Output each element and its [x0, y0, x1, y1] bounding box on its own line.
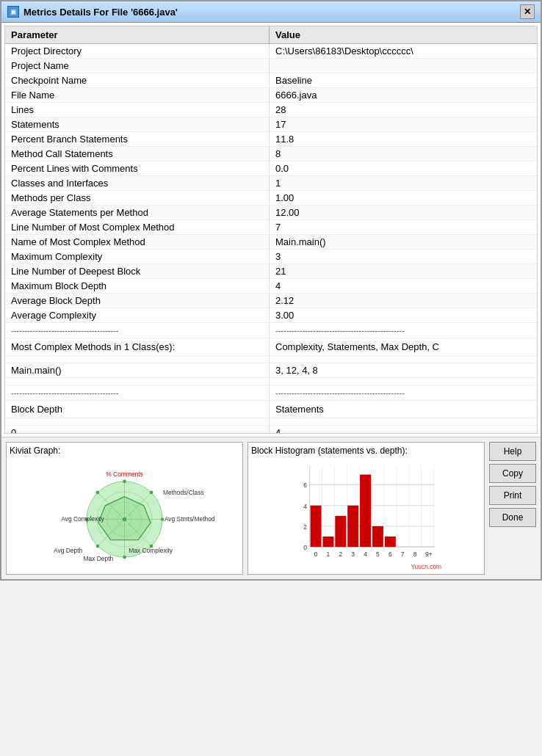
- svg-rect-45: [335, 516, 346, 547]
- svg-text:6: 6: [303, 481, 307, 489]
- table-row: Method Call Statements 8: [5, 147, 537, 161]
- svg-text:Avg Depth: Avg Depth: [54, 547, 82, 554]
- param-cell: Percent Branch Statements: [5, 132, 270, 146]
- copy-button[interactable]: Copy: [489, 464, 536, 483]
- divider-cell-right: ----------------------------------------…: [270, 323, 537, 338]
- table-row: Line Number of Most Complex Method 7: [5, 220, 537, 235]
- svg-text:0: 0: [314, 550, 318, 558]
- param-cell: Project Directory: [5, 44, 270, 58]
- svg-text:2: 2: [303, 523, 307, 531]
- param-cell: Maximum Block Depth: [5, 279, 270, 293]
- svg-text:Methods/Class: Methods/Class: [163, 489, 204, 496]
- svg-text:Max Depth: Max Depth: [84, 555, 114, 562]
- svg-point-11: [123, 480, 126, 484]
- main-window: ▣ Metrics Details For File '6666.java' ✕…: [0, 0, 542, 581]
- svg-rect-44: [322, 537, 333, 547]
- value-cell: 2.12: [270, 294, 537, 308]
- block-depth-header: Block Depth: [5, 401, 270, 418]
- divider-row-1: ----------------------------------------…: [5, 323, 537, 338]
- value-cell: 4: [270, 279, 537, 293]
- value-cell: 12.00: [270, 206, 537, 219]
- svg-text:7: 7: [401, 550, 405, 558]
- print-button[interactable]: Print: [489, 486, 536, 505]
- value-cell: Main.main(): [270, 235, 537, 249]
- section-header-param: Most Complex Methods in 1 Class(es):: [5, 338, 270, 355]
- param-cell: Statements: [5, 117, 270, 131]
- value-cell: 21: [270, 264, 537, 278]
- empty-row: [5, 418, 537, 426]
- table-row: Name of Most Complex Method Main.main(): [5, 235, 537, 250]
- param-cell: Percent Lines with Comments: [5, 161, 270, 175]
- kiviat-graph: % Comments Methods/Class Avg Stmts/Metho…: [10, 459, 239, 569]
- svg-text:Avg Stmts/Method: Avg Stmts/Method: [165, 515, 215, 523]
- value-cell: C:\Users\86183\Desktop\cccccc\: [270, 44, 537, 58]
- value-cell: [270, 59, 537, 73]
- histogram-section: Block Histogram (statements vs. depth):: [247, 442, 485, 575]
- param-cell: Methods per Class: [5, 191, 270, 205]
- histogram-graph: 0 2 4 6 0 1 2 3 4 5 6 7 8 9+ Yuucn.c: [251, 459, 481, 569]
- table-scroll-area[interactable]: Project Directory C:\Users\86183\Desktop…: [5, 44, 537, 433]
- param-cell: Project Name: [5, 59, 270, 73]
- done-button[interactable]: Done: [489, 508, 536, 527]
- metrics-table: Parameter Value Project Directory C:\Use…: [4, 26, 538, 434]
- param-cell: Average Statements per Method: [5, 206, 270, 219]
- value-header: Value: [270, 26, 537, 43]
- table-row: Percent Lines with Comments 0.0: [5, 161, 537, 176]
- table-row: Checkpoint Name Baseline: [5, 73, 537, 88]
- close-button[interactable]: ✕: [520, 4, 535, 19]
- param-cell: Average Complexity: [5, 308, 270, 322]
- value-cell: 7: [270, 220, 537, 234]
- empty-row: [5, 378, 537, 385]
- svg-point-10: [123, 517, 127, 522]
- value-cell: 3: [270, 250, 537, 263]
- svg-text:2: 2: [339, 550, 342, 558]
- divider-cell: ----------------------------------------: [5, 323, 270, 338]
- svg-rect-48: [372, 526, 383, 547]
- value-cell: 11.8: [270, 132, 537, 146]
- table-row: Line Number of Deepest Block 21: [5, 264, 537, 279]
- statements-header: Statements: [270, 401, 537, 418]
- table-row: Average Statements per Method 12.00: [5, 206, 537, 220]
- param-cell: Line Number of Most Complex Method: [5, 220, 270, 234]
- empty-row: [5, 356, 537, 363]
- param-cell: Method Call Statements: [5, 147, 270, 161]
- table-header: Parameter Value: [5, 26, 537, 44]
- svg-point-15: [96, 491, 100, 495]
- svg-text:8: 8: [413, 550, 417, 558]
- depth-0-row: 0 4: [5, 426, 537, 433]
- svg-point-16: [150, 491, 153, 495]
- param-cell: Lines: [5, 103, 270, 117]
- svg-rect-47: [360, 475, 371, 547]
- method-row: Main.main() 3, 12, 4, 8: [5, 363, 537, 378]
- buttons-section: Help Copy Print Done: [489, 442, 536, 575]
- title-bar-left: ▣ Metrics Details For File '6666.java': [7, 6, 178, 18]
- value-cell: 8: [270, 147, 537, 161]
- table-row: Methods per Class 1.00: [5, 191, 537, 206]
- table-row: Average Block Depth 2.12: [5, 294, 537, 308]
- table-row: Classes and Interfaces 1: [5, 176, 537, 191]
- kiviat-section: Kiviat Graph:: [6, 442, 243, 575]
- svg-text:9+: 9+: [425, 550, 433, 558]
- value-cell: 3.00: [270, 308, 537, 322]
- title-bar: ▣ Metrics Details For File '6666.java' ✕: [1, 1, 541, 23]
- svg-text:0: 0: [303, 544, 307, 551]
- kiviat-title: Kiviat Graph:: [10, 446, 239, 456]
- help-button[interactable]: Help: [489, 442, 536, 461]
- section-header-2: Block Depth Statements: [5, 401, 537, 418]
- param-cell: Average Block Depth: [5, 294, 270, 308]
- value-cell: 0.0: [270, 161, 537, 175]
- param-cell: Line Number of Deepest Block: [5, 264, 270, 278]
- table-row: Maximum Block Depth 4: [5, 279, 537, 294]
- value-cell: 17: [270, 117, 537, 131]
- value-cell: Baseline: [270, 73, 537, 87]
- param-cell: Checkpoint Name: [5, 73, 270, 87]
- svg-rect-49: [385, 537, 396, 547]
- svg-point-14: [161, 517, 165, 521]
- svg-rect-46: [347, 506, 358, 547]
- window-title: Metrics Details For File '6666.java': [24, 7, 178, 18]
- section-header-1: Most Complex Methods in 1 Class(es): Com…: [5, 338, 537, 356]
- svg-text:Max Complexity: Max Complexity: [129, 547, 173, 554]
- param-cell: Classes and Interfaces: [5, 176, 270, 190]
- svg-point-17: [96, 545, 100, 548]
- value-cell: 6666.java: [270, 88, 537, 102]
